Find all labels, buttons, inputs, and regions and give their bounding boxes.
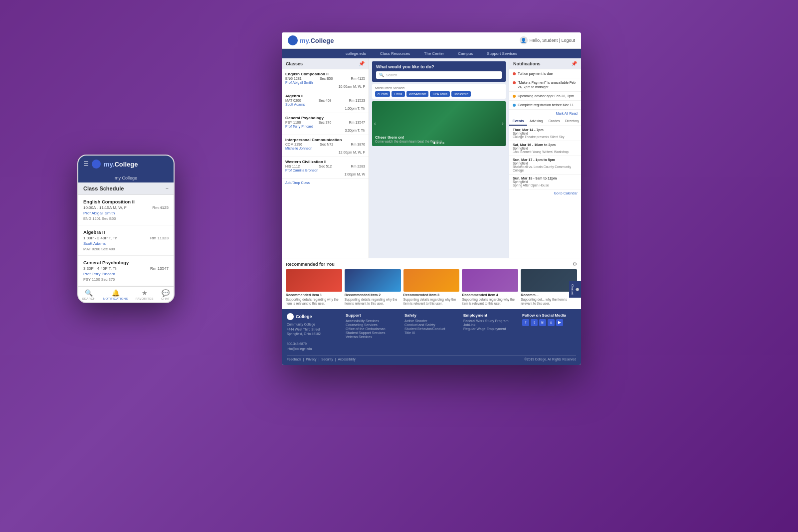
notif-dot-1 xyxy=(513,72,516,75)
rec-settings-icon[interactable]: ⚙ xyxy=(573,261,577,267)
chatbot-label: Chatbot xyxy=(571,284,574,295)
rec-item-3: Recommended Item 3 Supporting details re… xyxy=(403,269,460,306)
rec-img-1 xyxy=(286,269,342,292)
nav-support-services[interactable]: Support Services xyxy=(480,49,524,58)
search-icon-desktop: 🔍 xyxy=(379,73,384,77)
desktop-class-item-2: Algebra II MAT 0200 Sec 408 Rm 11523 Sco… xyxy=(282,91,369,113)
dclass-prof-3[interactable]: Prof Terry Pincard xyxy=(285,125,365,128)
footer-counseling[interactable]: Counseling Services xyxy=(346,323,399,327)
desktop-device: my.College 👤 Hello, Student | Logout col… xyxy=(282,32,581,365)
mark-all-read[interactable]: Mark All Read xyxy=(509,110,581,117)
prof-link-3[interactable]: Prof Terry Pincard xyxy=(83,272,169,276)
mv-btn-elearn[interactable]: eLearn xyxy=(375,91,390,97)
mv-btn-webadvisor[interactable]: WebAdvisor xyxy=(406,91,429,97)
desktop-footer: College Community College4444 West Third… xyxy=(282,309,581,365)
event-detail-4: Spring After Open House xyxy=(513,183,578,187)
prof-link-2[interactable]: Scott Adams xyxy=(83,241,169,246)
event-loc-3: Springfield xyxy=(513,162,578,165)
user-text[interactable]: Hello, Student | Logout xyxy=(530,38,575,43)
footer-student-behavior[interactable]: Student Behavior/Conduct xyxy=(404,327,458,331)
minimize-button[interactable]: − xyxy=(166,186,169,191)
search-bar[interactable]: 🔍 Search xyxy=(376,71,502,79)
nav-campus[interactable]: Campus xyxy=(451,49,480,58)
add-drop-link[interactable]: Add/Drop Class xyxy=(282,179,369,186)
tab-grades[interactable]: Grades xyxy=(545,117,563,126)
mobile-logo-text: my.College xyxy=(104,161,138,168)
notif-dot-3 xyxy=(513,95,516,98)
youtube-icon[interactable]: ▶ xyxy=(556,319,563,326)
footer-accessibility[interactable]: Accessibility xyxy=(338,357,355,361)
rec-items: Recommended Item 1 Supporting details re… xyxy=(286,269,577,306)
footer-feedback[interactable]: Feedback xyxy=(287,357,301,361)
nav-favorites[interactable]: ★ FAVORITES xyxy=(136,289,154,300)
chatbot-button[interactable]: 💬 Chatbot xyxy=(569,281,581,298)
carousel-next[interactable]: › xyxy=(502,120,504,127)
tab-advising[interactable]: Advising xyxy=(527,117,545,126)
prof-link-1[interactable]: Prof Abigail Smith xyxy=(83,211,169,215)
nav-notifications[interactable]: 🔔 NOTIFICATIONS xyxy=(103,289,128,300)
footer-col-safety: Safety Active Shooter Conduct and Safety… xyxy=(404,313,458,352)
desktop-user-info: 👤 Hello, Student | Logout xyxy=(520,36,575,44)
favorites-label: FAVORITES xyxy=(136,297,154,300)
footer-ombudsman[interactable]: Office of the Ombudsman xyxy=(346,327,399,331)
dclass-prof-4[interactable]: Michelle Johnson xyxy=(285,147,365,150)
notifications-pin-icon[interactable]: 📌 xyxy=(571,61,577,66)
nav-college-edu[interactable]: college.edu xyxy=(339,49,373,58)
tab-events[interactable]: Events xyxy=(509,117,527,126)
dclass-name-1: English Composition II xyxy=(285,72,365,76)
dclass-prof-2[interactable]: Scott Adams xyxy=(285,103,365,106)
desktop-class-item-3: General Psychology PSY 1100 Sec 376 Rm 1… xyxy=(282,113,369,135)
notif-text-3: Upcoming advisor appt Feb 28, 3pm xyxy=(518,94,574,98)
event-item-4: Sun, Mar 18 - 9am to 12pm Springfield Sp… xyxy=(509,175,581,189)
instagram-icon[interactable]: in xyxy=(539,319,546,326)
footer-regular-wage[interactable]: Regular Wage Employment xyxy=(463,327,517,331)
classes-pin-icon[interactable]: 📌 xyxy=(359,61,365,66)
dot-2[interactable] xyxy=(436,142,438,144)
college-banner-text: my College xyxy=(83,176,169,180)
menu-icon[interactable]: ☰ xyxy=(83,161,89,168)
footer-conduct-safety[interactable]: Conduct and Safety xyxy=(404,323,458,327)
twitter-icon[interactable]: t xyxy=(531,319,538,326)
dot-3[interactable] xyxy=(439,142,441,144)
dclass-prof-1[interactable]: Prof Abigail Smith xyxy=(285,81,365,84)
event-detail-3: Basketball vs. Lorain County Community C… xyxy=(513,165,578,172)
rec-item-desc-5: Supporting det... why the item is releva… xyxy=(521,298,577,306)
nav-search[interactable]: 🔍 SEARCH xyxy=(82,289,96,300)
footer-joblink[interactable]: JobLink xyxy=(463,323,517,327)
mv-btn-bookstore[interactable]: Bookstore xyxy=(451,91,471,97)
search-input-desktop[interactable]: Search xyxy=(386,73,499,77)
footer-title-ix[interactable]: Title IX xyxy=(404,331,458,335)
mv-btn-email[interactable]: Email xyxy=(392,91,404,97)
mv-btn-cpa[interactable]: CPA Tools xyxy=(430,91,449,97)
tab-directory[interactable]: Directory xyxy=(563,117,581,126)
most-viewed-section: Most Often Viewed eLearn Email WebAdviso… xyxy=(372,84,506,99)
footer-accessibility[interactable]: Accessibility Services xyxy=(346,319,399,323)
footer-security[interactable]: Security xyxy=(321,357,333,361)
dclass-prof-5[interactable]: Prof Camilla Bronson xyxy=(285,169,365,172)
rec-item-desc-1: Supporting details regarding why the ite… xyxy=(286,298,342,306)
nav-the-center[interactable]: The Center xyxy=(417,49,451,58)
footer-copyright: ©2019 College. All Rights Reserved xyxy=(525,357,576,361)
footer-active-shooter[interactable]: Active Shooter xyxy=(404,319,458,323)
nav-class-resources[interactable]: Class Resources xyxy=(373,49,417,58)
class-time-room-2: 1:00P - 3:40P T, Th Rm 11323 xyxy=(83,236,169,240)
notif-item-4: Complete registration before Mar 11 xyxy=(509,101,581,110)
class-code-1: ENG 1201 Sec B50 xyxy=(83,216,169,221)
snapchat-icon[interactable]: s xyxy=(548,319,555,326)
go-to-calendar[interactable]: Go to Calendar xyxy=(509,189,581,197)
nav-chat[interactable]: 💬 CHAT xyxy=(161,289,170,300)
rec-img-3 xyxy=(403,269,460,292)
notif-item-1: Tuition payment is due xyxy=(509,69,581,78)
footer-veteran[interactable]: Veteran Services xyxy=(346,335,399,339)
dot-4[interactable] xyxy=(442,142,444,144)
carousel-prev[interactable]: ‹ xyxy=(374,120,376,127)
dclass-time-4: 12:00pm M, W, F xyxy=(285,151,365,154)
facebook-icon[interactable]: f xyxy=(522,319,529,326)
footer-fwsp[interactable]: Federal Work Study Program xyxy=(463,319,517,323)
footer-privacy[interactable]: Privacy xyxy=(306,357,316,361)
footer-student-support[interactable]: Student Support Services xyxy=(346,331,399,335)
class-code-3: PSY 1100 Sec 376 xyxy=(83,277,169,282)
dot-1[interactable] xyxy=(433,142,435,144)
rec-item-1: Recommended Item 1 Supporting details re… xyxy=(286,269,342,306)
notif-text-2: "Make a Payment" is unavailable Feb 24, … xyxy=(518,80,578,89)
